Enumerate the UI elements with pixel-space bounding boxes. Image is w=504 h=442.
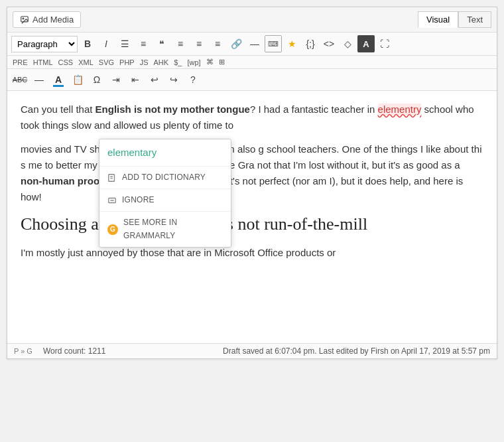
ignore-label: IGNORE — [122, 194, 155, 206]
add-to-dictionary-action[interactable]: ADD TO DICTIONARY — [99, 167, 231, 189]
grammarly-label: SEE MORE IN GRAMMARLY — [123, 216, 223, 242]
add-to-dictionary-label: ADD TO DICTIONARY — [122, 171, 206, 184]
undo-button[interactable]: ↩ — [146, 71, 163, 88]
special-char-button[interactable]: Ω — [88, 71, 105, 88]
shortcut-cmd[interactable]: ⌘ — [206, 58, 214, 66]
star-button[interactable]: ★ — [283, 35, 300, 52]
tab-visual[interactable]: Visual — [418, 11, 458, 28]
add-media-button[interactable]: Add Media — [13, 11, 81, 28]
status-bar: P » G Word count: 1211 Draft saved at 6:… — [7, 343, 497, 358]
shortcut-css[interactable]: CSS — [58, 58, 74, 66]
shortcut-grid[interactable]: ⊞ — [219, 58, 225, 66]
svg-rect-2 — [109, 174, 115, 181]
paragraph-2: movies and TV shows took things further,… — [21, 141, 483, 205]
unordered-list-button[interactable]: ☰ — [116, 35, 133, 52]
toolbar-top: Add Media Visual Text — [7, 7, 497, 33]
shortcut-dollar[interactable]: $_ — [174, 58, 182, 66]
ordered-list-button[interactable]: ≡ — [135, 35, 152, 52]
diamond-button[interactable]: ◇ — [339, 35, 356, 52]
word-count-value: 1211 — [88, 346, 106, 356]
spell-check-popup: elementary ADD TO DICTIONARY IGNORE G SE… — [99, 139, 231, 248]
horizontal-rule-button[interactable]: — — [31, 71, 48, 88]
shortcut-ahk[interactable]: AHK — [154, 58, 169, 66]
word-count-label: Word count: — [43, 346, 86, 356]
shortcut-pre[interactable]: PRE — [13, 58, 28, 66]
shortcut-svg[interactable]: SVG — [99, 58, 114, 66]
strikethrough-button[interactable]: ABC — [11, 71, 29, 88]
code-button[interactable]: {;} — [302, 35, 319, 52]
fullscreen-button[interactable]: ⛶ — [376, 35, 393, 52]
shortcut-js[interactable]: JS — [140, 58, 149, 66]
blockquote-button[interactable]: ❝ — [153, 35, 170, 52]
ignore-action[interactable]: IGNORE — [99, 189, 231, 212]
link-button[interactable]: 🔗 — [227, 35, 245, 52]
shortcut-html[interactable]: HTML — [33, 58, 53, 66]
html-button[interactable]: <> — [320, 35, 338, 52]
grammarly-icon: G — [107, 224, 118, 235]
word-count: Word count: 1211 — [43, 346, 106, 356]
svg-point-1 — [23, 18, 24, 19]
align-left-button[interactable]: ≡ — [172, 35, 189, 52]
tab-text[interactable]: Text — [458, 11, 491, 28]
italic-button[interactable]: I — [97, 35, 115, 52]
draft-info: Draft saved at 6:07:04 pm. Last edited b… — [223, 346, 490, 356]
toolbar-format-row1: Paragraph B I ☰ ≡ ❝ ≡ ≡ ≡ 🔗 — ⌨ ★ {;} <>… — [7, 33, 497, 56]
add-media-icon — [20, 15, 29, 25]
see-more-grammarly-action[interactable]: G SEE MORE IN GRAMMARLY — [99, 212, 231, 246]
text-before-bold: Can you tell that — [21, 104, 95, 115]
help-button[interactable]: ? — [184, 71, 202, 88]
keyboard-button[interactable]: ⌨ — [265, 35, 282, 52]
shortcut-wp[interactable]: [wp] — [187, 58, 200, 66]
paragraph-format-select[interactable]: Paragraph — [11, 36, 78, 52]
paragraph-1: Can you tell that English is not my moth… — [21, 102, 483, 133]
toolbar-shortcuts-row: PRE HTML CSS XML SVG PHP JS AHK $_ [wp] … — [7, 56, 497, 69]
bold-text-1: English is not my mother tongue — [95, 104, 250, 115]
shortcut-xml[interactable]: XML — [78, 58, 94, 66]
breadcrumb: P » G — [14, 347, 32, 355]
paste-as-text-button[interactable]: 📋 — [69, 71, 86, 88]
shortcut-php[interactable]: PHP — [119, 58, 135, 66]
heading-spell-checker: Choosing a spell checker that's not run-… — [21, 213, 483, 236]
indent-button[interactable]: ⇥ — [107, 71, 125, 88]
paragraph-3: I'm mostly just annoyed by those that ar… — [21, 245, 483, 261]
spell-suggestion[interactable]: elementary — [99, 139, 231, 167]
align-center-button[interactable]: ≡ — [190, 35, 208, 52]
more-button[interactable]: — — [246, 35, 263, 52]
editor-content[interactable]: Can you tell that English is not my moth… — [7, 91, 497, 343]
font-color-button[interactable]: A — [50, 71, 67, 88]
misspelled-word[interactable]: elementry — [378, 104, 422, 115]
add-media-label: Add Media — [32, 15, 74, 25]
text-after-bold: ? I had a fantastic teacher in — [250, 104, 378, 115]
text-color-button[interactable]: A — [357, 35, 375, 52]
redo-button[interactable]: ↪ — [165, 71, 182, 88]
toolbar-format-row2: ABC — A 📋 Ω ⇥ ⇤ ↩ ↪ ? — [7, 69, 497, 91]
add-to-dictionary-icon — [107, 173, 117, 183]
visual-text-tabs: Visual Text — [418, 11, 491, 28]
editor-wrapper: Add Media Visual Text Paragraph B I ☰ ≡ … — [7, 7, 497, 359]
bold-button[interactable]: B — [79, 35, 96, 52]
outdent-button[interactable]: ⇤ — [127, 71, 144, 88]
align-right-button[interactable]: ≡ — [209, 35, 226, 52]
ignore-icon — [107, 196, 117, 205]
